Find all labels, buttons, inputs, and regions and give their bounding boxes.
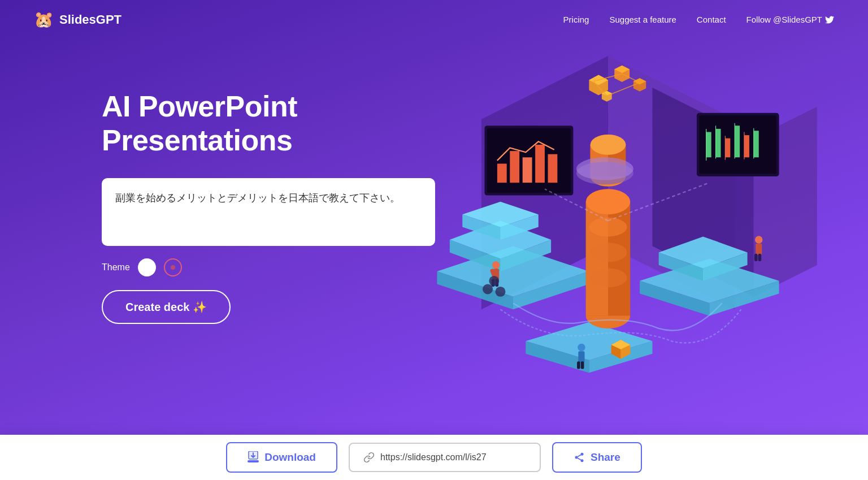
- download-icon: [248, 451, 259, 464]
- url-value: https://slidesgpt.com/l/is27: [380, 452, 487, 462]
- svg-rect-36: [510, 151, 519, 183]
- logo-text: SlidesGPT: [59, 12, 121, 27]
- svg-rect-43: [716, 129, 721, 157]
- svg-point-26: [589, 268, 627, 287]
- link-icon: [363, 452, 375, 463]
- svg-rect-78: [754, 254, 758, 261]
- svg-point-85: [496, 287, 506, 297]
- svg-rect-92: [248, 460, 259, 462]
- svg-rect-37: [523, 157, 532, 183]
- hero-title: AI PowerPoint Presentations: [102, 90, 435, 158]
- svg-rect-77: [756, 244, 762, 255]
- svg-rect-83: [581, 361, 584, 369]
- bottom-bar: Download https://slidesgpt.com/l/is27 Sh…: [0, 435, 868, 480]
- svg-line-97: [578, 455, 581, 456]
- svg-point-93: [580, 453, 583, 456]
- svg-point-84: [483, 284, 493, 294]
- svg-point-94: [575, 456, 578, 459]
- hero-illustration: [382, 56, 834, 423]
- nav-contact[interactable]: Contact: [697, 15, 726, 24]
- svg-point-86: [489, 276, 499, 286]
- logo[interactable]: 🐹 SlidesGPT: [34, 10, 121, 29]
- logo-icon: 🐹: [34, 10, 54, 29]
- svg-line-96: [578, 458, 581, 460]
- svg-rect-82: [577, 361, 580, 369]
- svg-rect-81: [578, 351, 584, 362]
- left-panel: AI PowerPoint Presentations Theme Create…: [102, 73, 435, 324]
- svg-rect-47: [754, 131, 759, 157]
- svg-rect-42: [706, 132, 711, 157]
- right-panel: [401, 73, 800, 412]
- svg-point-95: [580, 459, 583, 462]
- svg-point-80: [578, 344, 585, 351]
- svg-rect-39: [548, 154, 558, 183]
- share-button[interactable]: Share: [552, 442, 642, 473]
- svg-rect-46: [744, 135, 749, 157]
- url-bar[interactable]: https://slidesgpt.com/l/is27: [349, 443, 541, 472]
- create-deck-button[interactable]: Create deck ✨: [102, 290, 231, 324]
- nav-links: Pricing Suggest a feature Contact Follow…: [563, 15, 834, 24]
- navbar: 🐹 SlidesGPT Pricing Suggest a feature Co…: [0, 0, 868, 39]
- prompt-textarea[interactable]: [102, 178, 435, 246]
- nav-twitter[interactable]: Follow @SlidesGPT: [747, 15, 834, 24]
- svg-point-32: [591, 135, 626, 155]
- svg-point-25: [586, 189, 630, 214]
- svg-rect-44: [725, 139, 730, 158]
- theme-white-option[interactable]: [138, 258, 156, 276]
- main-content: AI PowerPoint Presentations Theme Create…: [0, 39, 868, 434]
- theme-row: Theme: [102, 258, 435, 276]
- svg-point-67: [576, 157, 633, 180]
- svg-rect-79: [758, 254, 762, 261]
- svg-point-76: [755, 236, 762, 243]
- download-button[interactable]: Download: [226, 442, 337, 473]
- theme-dark-option[interactable]: [164, 258, 182, 276]
- share-icon: [574, 452, 585, 463]
- svg-rect-38: [535, 145, 545, 183]
- nav-suggest[interactable]: Suggest a feature: [609, 15, 676, 24]
- theme-label: Theme: [102, 262, 130, 273]
- svg-point-27: [589, 243, 627, 262]
- nav-pricing[interactable]: Pricing: [563, 15, 589, 24]
- twitter-icon: [825, 16, 834, 24]
- svg-rect-45: [735, 126, 740, 157]
- svg-point-70: [492, 261, 500, 269]
- svg-rect-35: [497, 164, 507, 183]
